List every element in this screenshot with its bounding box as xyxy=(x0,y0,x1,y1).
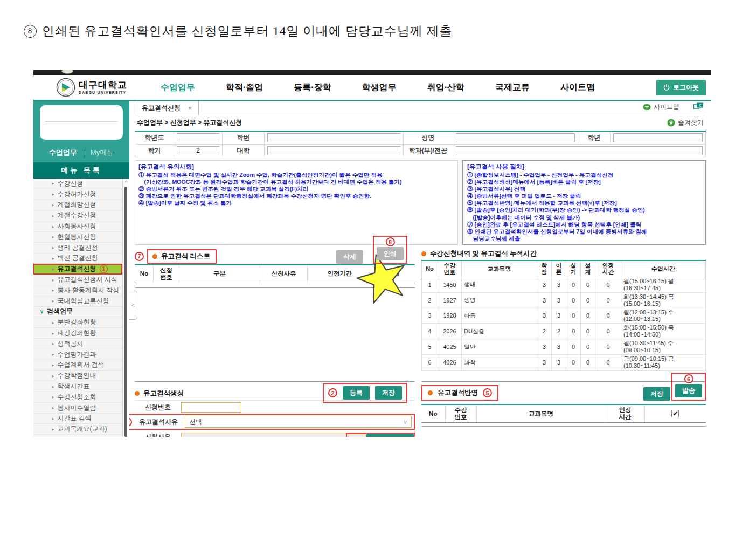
scroll-up-icon[interactable]: ^ xyxy=(123,179,129,186)
sidebar-menu-item[interactable]: ∨ 검색업무 xyxy=(33,307,122,318)
notice-precautions: [유고결석 유의사항] ① 유고결석 적용은 대면수업 및 실시간 Zoom 수… xyxy=(135,160,458,245)
tab-label: 유고결석신청 xyxy=(142,104,181,113)
sidebar-menu-item[interactable]: ▸ 분반강좌현황 xyxy=(33,317,122,328)
register-button[interactable]: 등록 xyxy=(343,386,370,400)
menu-item-label: 수업평가결과 xyxy=(58,350,96,359)
tab-close-icon[interactable]: × xyxy=(188,105,192,112)
sidebar-scrollbar[interactable]: ^ xyxy=(122,179,129,437)
absence-reason-select[interactable]: 선택 ∨ xyxy=(185,416,412,428)
menu-item-label: 수강신청조회 xyxy=(58,393,96,402)
menu-item-label: 국내학점교류신청 xyxy=(58,297,109,306)
menu-arrow-icon: ▸ xyxy=(52,384,54,389)
sidebar-menu-item[interactable]: ▸ 수강학점안내 xyxy=(33,371,122,381)
scrollbar-thumb[interactable] xyxy=(124,187,127,437)
cell-credit: 3 xyxy=(537,339,552,355)
nav-item[interactable]: 국제교류 xyxy=(495,82,530,93)
reflection-title: 유고결석반영 xyxy=(438,388,478,397)
application-number-label: 신청번호 xyxy=(135,403,181,412)
sidebar-menu-item[interactable]: ▸ 봉사 활동계획서 작성 xyxy=(33,285,122,296)
sidebar-menu-item[interactable]: ▸ 봉사이수열람 xyxy=(33,403,122,414)
year-label: 학년도 xyxy=(135,131,174,144)
detail-reason-textarea[interactable] xyxy=(181,433,348,437)
sidebar-tab-mymenu[interactable]: My메뉴 xyxy=(91,148,114,157)
menu-arrow-icon: ▸ xyxy=(52,427,54,432)
university-logo[interactable]: 대구대학교 DAEGU UNIVERSITY xyxy=(79,80,127,94)
cell-class-time: 월(12:00~13:15) 수(12:00~13:15) xyxy=(621,308,706,324)
evidence-button[interactable]: 증빙서류 xyxy=(366,434,414,437)
cell-no: 2 xyxy=(422,292,438,308)
nav-item[interactable]: 학적·졸업 xyxy=(226,82,263,93)
menu-list-title: 메뉴 목록 xyxy=(33,162,129,179)
enrollment-row: 2 1927 생명 3 3 0 0 0 화(13:30~14:45) 목(15: xyxy=(422,292,706,308)
sidebar-menu-item[interactable]: ▸ 백신 공결신청 xyxy=(33,253,122,264)
nav-item[interactable]: 취업·산학 xyxy=(427,82,464,93)
sidebar: 수업업무 My메뉴 메뉴 목록 ▸ 수강신청 xyxy=(33,101,129,437)
power-icon xyxy=(663,84,670,91)
sidebar-menu-item[interactable]: ▸ 폐강강좌현황 xyxy=(33,328,122,339)
nav-item[interactable]: 사이트맵 xyxy=(560,82,595,93)
nav-item[interactable]: 등록·장학 xyxy=(294,82,331,93)
sidebar-menu-item[interactable]: ▸ 수업계획서 검색 xyxy=(33,360,122,371)
sidebar-menu-item[interactable]: ▸ 교과목개요(교직) xyxy=(33,435,122,437)
mid-section: 7 유고결석 리스트 삭제 8 인쇄 xyxy=(135,247,706,371)
sidebar-menu-item[interactable]: ▸ 국내학점교류신청 xyxy=(33,296,122,307)
favorite-label: 즐겨찾기 xyxy=(678,118,704,127)
menu-arrow-icon: ▸ xyxy=(52,341,54,346)
cell-class-time: 금(09:00~10:15) 금(10:30~11:45) xyxy=(621,355,706,371)
sitemap-link[interactable]: 사이트맵 xyxy=(643,102,679,112)
print-button[interactable]: 인쇄 xyxy=(377,247,404,260)
menu-arrow-icon: ∨ xyxy=(40,308,44,314)
sidebar-menu-item[interactable]: ▸ 학생시간표 xyxy=(33,381,122,392)
cell-no: 6 xyxy=(422,355,438,371)
sidebar-menu-item[interactable]: ▸ 수강신청 xyxy=(33,179,122,189)
close-all-windows-icon[interactable]: x xyxy=(693,102,704,112)
sidebar-menu-item[interactable]: ▸ 생리 공결신청 xyxy=(33,243,122,253)
tab-absence-application[interactable]: 유고결석신청 × xyxy=(135,101,199,115)
university-emblem-icon xyxy=(56,78,75,97)
sidebar-menu-item[interactable]: ▸ 유고결석신청 1 xyxy=(33,264,122,275)
save-button[interactable]: 저장 xyxy=(375,386,402,400)
logout-button[interactable]: 로그아웃 xyxy=(656,80,706,95)
name-input[interactable] xyxy=(456,133,575,142)
application-number-input[interactable] xyxy=(181,402,241,413)
sidebar-menu-item[interactable]: ▸ 계절희망신청 xyxy=(33,200,122,211)
window-logo-fragment xyxy=(61,70,73,74)
sidebar-menu-item[interactable]: ▸ 수강허가신청 xyxy=(33,189,122,200)
notice-line: ⑥ [발송]후 [승인]처리 대기(학과(부)장 승인) -> 단과대학 행정실… xyxy=(467,207,701,214)
menu-arrow-icon: ▸ xyxy=(52,320,54,325)
sidebar-menu-item[interactable]: ▸ 유고결석신청서 서식 xyxy=(33,275,122,285)
send-button[interactable]: 발송 xyxy=(675,384,702,397)
enrollment-table-header: 이 론 xyxy=(552,260,566,277)
sidebar-menu-item[interactable]: ▸ 헌혈봉사신청 xyxy=(33,232,122,243)
reflection-save-button[interactable]: 저장 xyxy=(643,387,670,401)
section-bullet-icon xyxy=(135,391,140,396)
enrollment-title: 수강신청내역 및 유고결석 누적시간 xyxy=(430,249,537,258)
nav-item[interactable]: 수업업무 xyxy=(161,82,195,93)
menu-item-label: 봉사이수열람 xyxy=(58,403,96,413)
sidebar-collapse-handle[interactable]: < xyxy=(129,291,137,320)
sidebar-menu-item[interactable]: ▸ 수강신청조회 xyxy=(33,392,122,403)
sidebar-tab-lecture[interactable]: 수업업무 xyxy=(49,148,77,157)
sidebar-menu-item[interactable]: ▸ 시간표 검색 xyxy=(33,414,122,424)
sidebar-menu-item[interactable]: ▸ 성적공시 xyxy=(33,339,122,349)
year-input[interactable] xyxy=(177,133,219,142)
sidebar-menu-item[interactable]: ▸ 수업평가결과 xyxy=(33,349,122,360)
enrollment-table-header: 수업시간 xyxy=(621,260,706,277)
dept-input[interactable] xyxy=(456,146,703,155)
menu-item-label: 수강신청 xyxy=(58,179,84,188)
select-all-checkbox[interactable]: ✔ xyxy=(671,410,679,417)
menu-item-label: 시간표 검색 xyxy=(58,414,92,423)
nav-item[interactable]: 학생업무 xyxy=(362,82,397,93)
favorite-link[interactable]: 즐겨찾기 xyxy=(667,118,704,127)
browser-top-edge xyxy=(33,70,711,75)
sidebar-menu-item[interactable]: ▸ 사회봉사신청 xyxy=(33,221,122,232)
menu-item-label: 교과목개요(교직) xyxy=(58,435,107,437)
sidebar-menu-item[interactable]: ▸ 교과목개요(교과) xyxy=(33,424,122,435)
grade-input[interactable] xyxy=(613,133,703,142)
absence-list-section: 7 유고결석 리스트 삭제 8 인쇄 xyxy=(135,247,415,371)
sidebar-menu-item[interactable]: ▸ 계절수강신청 xyxy=(33,210,122,221)
term-input[interactable]: 2 xyxy=(177,146,219,155)
app-window: 대구대학교 DAEGU UNIVERSITY 수업업무학적·졸업등록·장학학생업… xyxy=(33,70,711,438)
college-input[interactable] xyxy=(267,146,400,155)
student-id-input[interactable] xyxy=(267,133,400,142)
